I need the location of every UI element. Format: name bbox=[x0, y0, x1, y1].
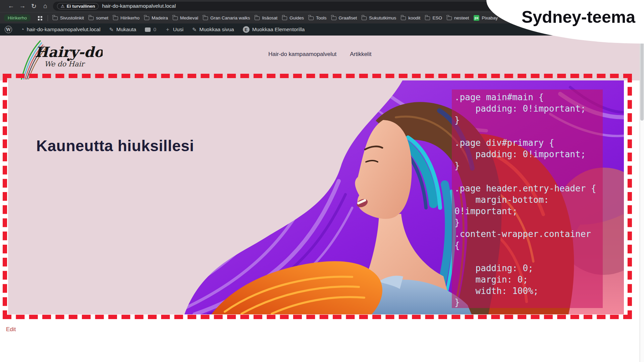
bookmark-item[interactable]: Madeira bbox=[144, 15, 168, 20]
dashboard-icon: ◔ bbox=[21, 26, 24, 33]
pencil-icon: ✎ bbox=[192, 26, 197, 33]
bookmarks-separator bbox=[48, 15, 48, 21]
site-logo[interactable]: Hairy-do We do Hair bbox=[15, 38, 103, 80]
folder-icon bbox=[401, 16, 406, 20]
folder-icon bbox=[203, 16, 208, 20]
bookmark-item[interactable]: Graafiset bbox=[331, 15, 357, 20]
address-bar[interactable]: ⚠ Ei turvallinen hair-do-kampaamopalvelu… bbox=[53, 2, 530, 11]
folder-icon bbox=[362, 16, 367, 20]
wp-logo-menu[interactable]: W bbox=[5, 26, 12, 33]
nav-item-home[interactable]: Hair-do kampaamopalvelut bbox=[268, 51, 336, 58]
reload-icon[interactable]: ↻ bbox=[28, 2, 40, 10]
css-code-overlay: .page main#main { padding: 0!important; … bbox=[452, 89, 603, 308]
folder-icon bbox=[309, 16, 314, 20]
url-text[interactable]: hair-do-kampaamopalvelut.local bbox=[102, 3, 176, 9]
paintbrush-icon: ✎ bbox=[109, 26, 113, 33]
bookmark-item[interactable]: Guides bbox=[282, 15, 304, 20]
security-chip[interactable]: ⚠ Ei turvallinen bbox=[57, 3, 99, 9]
forward-icon[interactable]: → bbox=[17, 2, 28, 10]
bookmark-item[interactable]: Hiirikerho bbox=[113, 15, 140, 20]
admin-edit-elementor[interactable]: E Muokkaa Elementorilla bbox=[243, 26, 305, 33]
security-label: Ei turvallinen bbox=[67, 4, 95, 9]
folder-icon bbox=[425, 16, 430, 20]
folder-icon bbox=[331, 16, 336, 20]
folder-icon bbox=[282, 16, 287, 20]
bookmark-item[interactable]: Sukututkimus bbox=[362, 15, 396, 20]
admin-site-name[interactable]: ◔ hair-do-kampaamopalvelut.local bbox=[21, 26, 100, 33]
home-icon[interactable]: ⌂ bbox=[40, 2, 51, 10]
bookmark-item[interactable]: Tools bbox=[309, 15, 327, 20]
theme-title: Sydney-teema bbox=[522, 7, 635, 44]
scrollbar-thumb[interactable] bbox=[640, 37, 644, 121]
apps-grid-icon[interactable] bbox=[38, 16, 40, 18]
bookmark-hiirikerho-pill[interactable]: Hiirikerho bbox=[4, 14, 31, 21]
folder-icon bbox=[447, 16, 452, 20]
back-icon[interactable]: ← bbox=[5, 2, 17, 10]
hero-section: Kauneutta hiuksillesi .page main#main { … bbox=[8, 80, 624, 314]
hero-heading: Kauneutta hiuksillesi bbox=[36, 137, 194, 155]
bookmark-pixabay[interactable]: pxPixabay bbox=[474, 15, 498, 21]
admin-new[interactable]: ＋ Uusi bbox=[165, 26, 183, 33]
folder-icon bbox=[255, 16, 260, 20]
comment-icon bbox=[145, 27, 151, 32]
bookmark-item[interactable]: koodit bbox=[401, 15, 420, 20]
nav-item-articles[interactable]: Artikkelit bbox=[350, 51, 371, 58]
plus-icon: ＋ bbox=[165, 26, 170, 33]
main-navigation: Hair-do kampaamopalvelut Artikkelit bbox=[268, 51, 371, 58]
bookmark-item[interactable]: nesteet bbox=[447, 15, 469, 20]
admin-comments[interactable]: 0 bbox=[145, 26, 156, 33]
edit-link[interactable]: Edit bbox=[6, 326, 16, 333]
folder-icon bbox=[89, 16, 94, 20]
wordpress-icon: W bbox=[5, 26, 12, 33]
bookmark-item[interactable]: Sivustolinkit bbox=[53, 15, 84, 20]
admin-edit-page[interactable]: ✎ Muokkaa sivua bbox=[192, 26, 234, 33]
warning-icon: ⚠ bbox=[61, 4, 65, 9]
comment-count: 0 bbox=[153, 26, 156, 33]
folder-icon bbox=[113, 16, 118, 20]
folder-icon bbox=[53, 16, 58, 20]
logo-title: Hairy-do bbox=[35, 44, 103, 60]
bookmark-item[interactable]: Gran Canaria walks bbox=[203, 15, 250, 20]
elementor-icon: E bbox=[243, 26, 250, 33]
folder-icon bbox=[144, 16, 149, 20]
admin-customize[interactable]: ✎ Mukauta bbox=[109, 26, 136, 33]
bookmark-item[interactable]: Medieval bbox=[173, 15, 198, 20]
bookmark-item[interactable]: ESO bbox=[425, 15, 442, 20]
folder-icon bbox=[173, 16, 178, 20]
bookmark-item[interactable]: lisäosat bbox=[255, 15, 277, 20]
page-scrollbar[interactable] bbox=[640, 36, 644, 362]
logo-tagline: We do Hair bbox=[44, 60, 85, 68]
bookmark-item[interactable]: somet bbox=[89, 15, 108, 20]
pixabay-icon: px bbox=[474, 15, 479, 21]
